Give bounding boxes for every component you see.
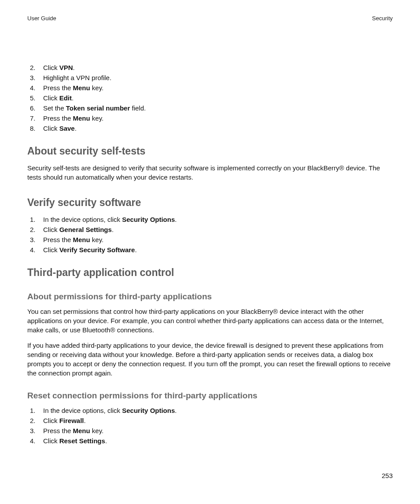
step-bold-term: Save (59, 125, 75, 132)
list-item: 1.In the device options, click Security … (27, 215, 393, 224)
step-bold-term: Edit (59, 94, 72, 102)
step-text: Click Edit. (43, 93, 393, 103)
step-number: 2. (27, 416, 43, 425)
step-text: Click Verify Security Software. (43, 245, 393, 254)
step-number: 5. (27, 93, 43, 103)
step-text: Press the Menu key. (43, 83, 393, 92)
step-bold-term: Security Options (122, 216, 175, 223)
heading-about-security-self-tests: About security self-tests (27, 145, 393, 157)
page-number: 253 (382, 472, 393, 479)
step-number: 3. (27, 235, 43, 244)
steps-top-list: 2.Click VPN.3.Highlight a VPN profile.4.… (27, 63, 393, 133)
step-bold-term: Menu (73, 84, 90, 92)
list-item: 3.Press the Menu key. (27, 235, 393, 244)
step-bold-term: Security Options (122, 407, 175, 414)
step-text: In the device options, click Security Op… (43, 406, 393, 415)
list-item: 1.In the device options, click Security … (27, 406, 393, 415)
step-bold-term: Menu (73, 427, 90, 434)
step-bold-term: Firewall (59, 417, 84, 424)
heading-reset-connection-permissions: Reset connection permissions for third-p… (27, 391, 393, 401)
step-number: 1. (27, 215, 43, 224)
steps-verify-list: 1.In the device options, click Security … (27, 215, 393, 254)
list-item: 6.Set the Token serial number field. (27, 103, 393, 113)
heading-about-permissions: About permissions for third-party applic… (27, 292, 393, 302)
step-number: 4. (27, 245, 43, 254)
list-item: 2.Click General Settings. (27, 225, 393, 234)
step-bold-term: Verify Security Software (59, 246, 135, 254)
list-item: 4.Press the Menu key. (27, 83, 393, 92)
paragraph-about-permissions-2: If you have added third-party applicatio… (27, 341, 393, 378)
step-text: In the device options, click Security Op… (43, 215, 393, 224)
list-item: 7.Press the Menu key. (27, 114, 393, 123)
step-number: 2. (27, 63, 43, 72)
page: User Guide Security 2.Click VPN.3.Highli… (0, 0, 420, 504)
list-item: 8.Click Save. (27, 124, 393, 133)
heading-third-party-application-control: Third-party application control (27, 267, 393, 279)
step-bold-term: VPN (59, 64, 73, 71)
step-number: 4. (27, 83, 43, 92)
step-bold-term: General Settings (59, 226, 112, 233)
step-text: Press the Menu key. (43, 235, 393, 244)
list-item: 2.Click VPN. (27, 63, 393, 72)
step-text: Click General Settings. (43, 225, 393, 234)
step-text: Click VPN. (43, 63, 393, 72)
step-number: 3. (27, 73, 43, 82)
list-item: 4.Click Reset Settings. (27, 436, 393, 445)
step-bold-term: Reset Settings (59, 437, 105, 445)
list-item: 4.Click Verify Security Software. (27, 245, 393, 254)
step-text: Press the Menu key. (43, 114, 393, 123)
step-text: Click Save. (43, 124, 393, 133)
page-header: User Guide Security (27, 15, 393, 22)
paragraph-about-permissions-1: You can set permissions that control how… (27, 307, 393, 335)
step-bold-term: Menu (73, 114, 90, 122)
header-right: Security (372, 15, 393, 22)
step-number: 7. (27, 114, 43, 123)
heading-verify-security-software: Verify security software (27, 197, 393, 209)
step-text: Click Firewall. (43, 416, 393, 425)
steps-reset-list: 1.In the device options, click Security … (27, 406, 393, 445)
step-bold-term: Menu (73, 236, 90, 243)
list-item: 3.Highlight a VPN profile. (27, 73, 393, 82)
step-text: Click Reset Settings. (43, 436, 393, 445)
step-number: 3. (27, 426, 43, 435)
header-left: User Guide (27, 15, 56, 22)
paragraph-about-security-self-tests: Security self-tests are designed to veri… (27, 163, 393, 182)
step-number: 4. (27, 436, 43, 445)
list-item: 3.Press the Menu key. (27, 426, 393, 435)
step-text: Highlight a VPN profile. (43, 73, 393, 82)
list-item: 2.Click Firewall. (27, 416, 393, 425)
step-number: 6. (27, 103, 43, 113)
step-bold-term: Token serial number (66, 104, 130, 112)
step-number: 2. (27, 225, 43, 234)
step-number: 8. (27, 124, 43, 133)
step-text: Press the Menu key. (43, 426, 393, 435)
step-text: Set the Token serial number field. (43, 103, 393, 113)
step-number: 1. (27, 406, 43, 415)
list-item: 5.Click Edit. (27, 93, 393, 103)
